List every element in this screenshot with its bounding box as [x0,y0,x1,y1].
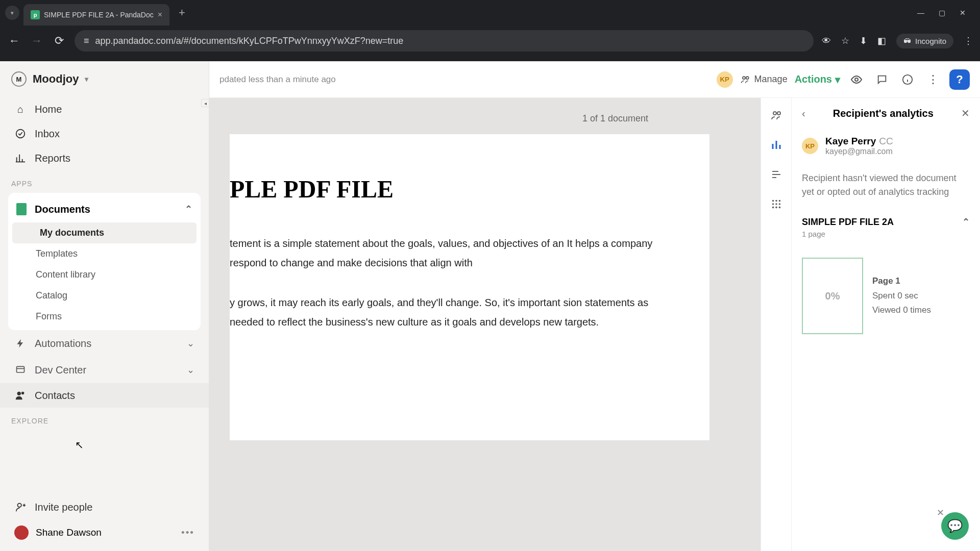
sidebar: M Moodjoy ▾ ⌂ Home ◂ Inbox Reports [0,61,209,551]
analytics-page-count: 1 page [802,230,970,238]
panel-close-button[interactable]: ✕ [961,107,970,119]
svg-rect-1 [17,366,24,372]
svg-point-16 [778,203,780,205]
svg-point-0 [16,130,25,138]
org-switcher[interactable]: M Moodjoy ▾ [0,61,209,97]
svg-point-9 [773,112,776,115]
sidebar-item-contacts[interactable]: Contacts [0,383,209,408]
document-paragraph: tement is a simple statement about the g… [230,234,684,272]
document-page: PLE PDF FILE tement is a simple statemen… [230,134,709,440]
sidebar-item-automations[interactable]: Automations ⌄ [0,330,209,357]
invite-people-button[interactable]: Invite people [0,495,209,519]
chevron-down-icon: ▾ [85,75,88,83]
forward-button[interactable]: → [30,34,44,47]
comment-icon [876,74,888,85]
svg-point-6 [746,77,748,79]
app-root: M Moodjoy ▾ ⌂ Home ◂ Inbox Reports [0,61,980,551]
user-menu-icon[interactable]: ••• [181,527,194,538]
reload-button[interactable]: ⟳ [52,34,66,47]
toolbar-actions: 👁 ☆ ⬇ ◧ 🕶 Incognito ⋮ [822,34,973,48]
site-info-icon[interactable]: ≡ [84,36,89,46]
close-tab-icon[interactable]: × [158,10,162,19]
current-user[interactable]: Shane Dawson ••• [0,519,209,546]
page-thumbnail[interactable]: 0% [802,258,863,334]
document-viewer[interactable]: 1 of 1 document PLE PDF FILE tement is a… [209,98,761,551]
more-button[interactable]: ⋮ [924,70,942,89]
explore-section-label: EXPLORE [0,408,209,430]
page-stats: Page 1 Spent 0 sec Viewed 0 times [872,274,931,318]
sidebar-subitem-catalog[interactable]: Catalog [8,285,201,306]
sidebar-subitem-content-library[interactable]: Content library [8,264,201,285]
chevron-down-icon: ▾ [11,10,14,16]
panel-header: ‹ Recipient's analytics ✕ [792,98,980,129]
document-area: 1 of 1 document PLE PDF FILE tement is a… [209,98,980,551]
sidebar-footer: Invite people Shane Dawson ••• [0,490,209,551]
eye-off-icon[interactable]: 👁 [822,36,831,46]
chevron-up-icon: ⌃ [185,204,192,215]
recipient-avatar-badge[interactable]: KP [717,71,733,88]
preview-button[interactable] [847,70,866,89]
maximize-button[interactable]: ▢ [939,9,945,17]
window-controls: — ▢ ✕ [917,9,975,17]
comments-button[interactable] [873,70,891,89]
chat-close-button[interactable]: ✕ [937,507,944,518]
tab-search-button[interactable]: ▾ [5,6,19,20]
document-icon [16,203,27,215]
sidebar-item-reports[interactable]: Reports [0,146,209,170]
sidebar-subitem-templates[interactable]: Templates [8,243,201,264]
tab-bar: ▾ p SIMPLE PDF FILE 2A - PandaDoc × + — … [0,0,980,26]
minimize-button[interactable]: — [917,9,924,17]
home-icon: ⌂ [14,103,27,115]
analytics-message: Recipient hasn't viewed the document yet… [792,163,980,207]
url-input[interactable]: ≡ app.pandadoc.com/a/#/documents/kKyLCPF… [75,30,814,52]
svg-point-13 [778,200,780,202]
sidebar-item-home[interactable]: ⌂ Home [0,97,209,121]
svg-point-2 [17,392,21,395]
back-button[interactable]: ← [7,34,21,47]
rail-timeline-icon[interactable] [769,167,783,182]
sidebar-item-inbox[interactable]: Inbox [0,121,209,146]
collapse-caret-icon[interactable]: ◂ [201,99,209,107]
browser-menu-icon[interactable]: ⋮ [964,35,973,46]
bolt-icon [14,337,27,349]
rail-recipients-icon[interactable] [769,108,783,122]
manage-button[interactable]: Manage [740,74,788,85]
chevron-down-icon: ⌄ [187,338,194,349]
svg-point-12 [775,200,777,202]
right-rail [761,98,791,551]
incognito-badge[interactable]: 🕶 Incognito [896,34,953,48]
bookmark-icon[interactable]: ☆ [841,35,849,46]
analytics-doc-name: SIMPLE PDF FILE 2A [802,217,894,228]
sidepanel-icon[interactable]: ◧ [877,35,886,46]
svg-point-15 [775,203,777,205]
svg-point-17 [772,207,774,209]
rail-apps-icon[interactable] [769,197,783,211]
documents-group: Documents ⌃ My documents Templates Conte… [8,193,201,330]
document-title: PLE PDF FILE [230,175,684,203]
rail-analytics-icon[interactable] [769,138,783,152]
new-tab-button[interactable]: + [179,6,185,19]
info-button[interactable] [898,70,917,89]
download-icon[interactable]: ⬇ [860,35,867,46]
sidebar-item-documents[interactable]: Documents ⌃ [8,196,201,222]
recipient-email: kayep@gmail.com [825,147,893,156]
chat-widget-button[interactable]: 💬 [941,512,969,540]
svg-point-10 [777,112,780,115]
help-button[interactable]: ? [949,69,970,90]
sidebar-item-dev-center[interactable]: Dev Center ⌄ [0,357,209,383]
updated-timestamp: pdated less than a minute ago [219,74,336,85]
svg-point-18 [775,207,777,209]
actions-button[interactable]: Actions ▾ [795,73,840,86]
recipient-row[interactable]: KP Kaye PerryCC kayep@gmail.com [792,129,980,163]
panel-back-button[interactable]: ‹ [802,108,805,119]
browser-tab[interactable]: p SIMPLE PDF FILE 2A - PandaDoc × [23,4,169,26]
contacts-icon [14,389,27,402]
sidebar-subitem-forms[interactable]: Forms [8,306,201,327]
eye-icon [850,73,863,86]
sidebar-subitem-my-documents[interactable]: My documents [12,222,197,243]
chat-icon: 💬 [947,519,963,533]
document-paragraph: y grows, it may reach its early goals, a… [230,293,684,332]
analytics-doc-section[interactable]: SIMPLE PDF FILE 2A ⌃ 1 page [792,207,980,247]
recipient-name: Kaye PerryCC [825,136,893,147]
close-window-button[interactable]: ✕ [960,9,966,17]
